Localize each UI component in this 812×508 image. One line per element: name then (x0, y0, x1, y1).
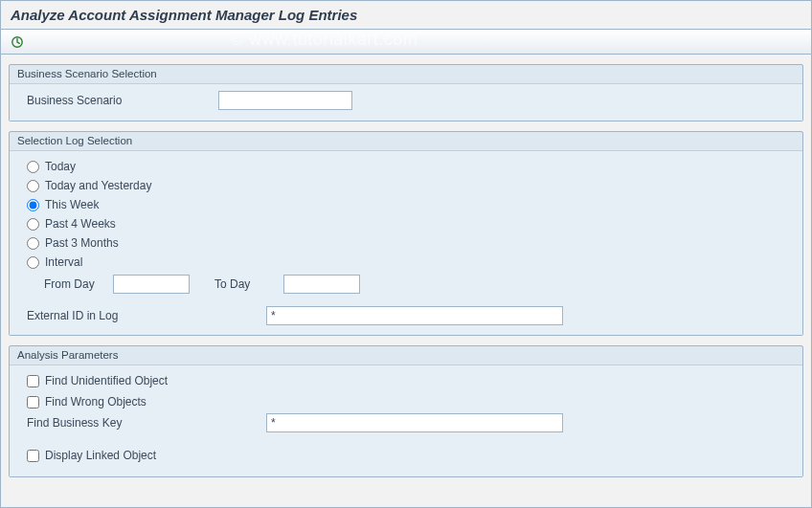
radio-today-input[interactable] (27, 161, 39, 173)
label-from-day: From Day (27, 277, 113, 291)
label-to-day: To Day (214, 277, 283, 291)
label-find-business-key: Find Business Key (27, 416, 266, 430)
radio-past-3-months[interactable]: Past 3 Months (27, 233, 793, 253)
radio-past-4-weeks[interactable]: Past 4 Weeks (27, 214, 793, 233)
label-external-id: External ID in Log (27, 309, 266, 322)
radio-interval-label: Interval (45, 255, 82, 269)
execute-icon (11, 35, 24, 49)
radio-this-week[interactable]: This Week (27, 195, 793, 214)
page-title: Analyze Account Assignment Manager Log E… (1, 1, 811, 30)
external-id-input[interactable] (266, 306, 563, 325)
group-business-scenario: Business Scenario Selection Business Sce… (9, 64, 803, 121)
find-business-key-input[interactable] (266, 413, 563, 432)
radio-interval[interactable]: Interval (27, 253, 793, 272)
group-title-selection-log: Selection Log Selection (10, 132, 802, 150)
toolbar (1, 30, 811, 55)
from-day-input[interactable] (113, 275, 190, 294)
radio-today[interactable]: Today (27, 157, 793, 176)
radio-past-3-months-label: Past 3 Months (45, 236, 119, 250)
label-business-scenario: Business Scenario (27, 94, 218, 107)
radio-past-3-months-input[interactable] (27, 237, 39, 250)
check-display-linked[interactable]: Display Linked Object (27, 446, 793, 465)
check-display-linked-label: Display Linked Object (45, 449, 156, 462)
sap-selection-screen: Analyze Account Assignment Manager Log E… (0, 0, 812, 508)
radio-today-yesterday[interactable]: Today and Yesterday (27, 176, 793, 195)
radio-interval-input[interactable] (27, 256, 39, 269)
check-find-unidentified-input[interactable] (27, 375, 39, 387)
execute-button[interactable] (7, 33, 28, 52)
group-selection-log: Selection Log Selection Today Today and … (9, 131, 803, 336)
group-title-analysis-parameters: Analysis Parameters (10, 346, 802, 364)
radio-past-4-weeks-label: Past 4 Weeks (45, 217, 116, 231)
group-title-business-scenario: Business Scenario Selection (10, 65, 802, 83)
radio-today-yesterday-input[interactable] (27, 180, 39, 192)
check-find-wrong-input[interactable] (27, 396, 39, 409)
radio-this-week-label: This Week (45, 198, 99, 211)
check-find-unidentified[interactable]: Find Unidentified Object (27, 371, 793, 390)
check-display-linked-input[interactable] (27, 450, 39, 462)
radio-today-yesterday-label: Today and Yesterday (45, 179, 151, 192)
group-analysis-parameters: Analysis Parameters Find Unidentified Ob… (9, 345, 803, 477)
radio-past-4-weeks-input[interactable] (27, 218, 39, 231)
check-find-unidentified-label: Find Unidentified Object (45, 374, 168, 387)
to-day-input[interactable] (283, 275, 360, 294)
check-find-wrong[interactable]: Find Wrong Objects (27, 392, 793, 411)
business-scenario-input[interactable] (218, 91, 352, 110)
check-find-wrong-label: Find Wrong Objects (45, 395, 147, 409)
radio-this-week-input[interactable] (27, 199, 39, 211)
radio-today-label: Today (45, 160, 76, 173)
